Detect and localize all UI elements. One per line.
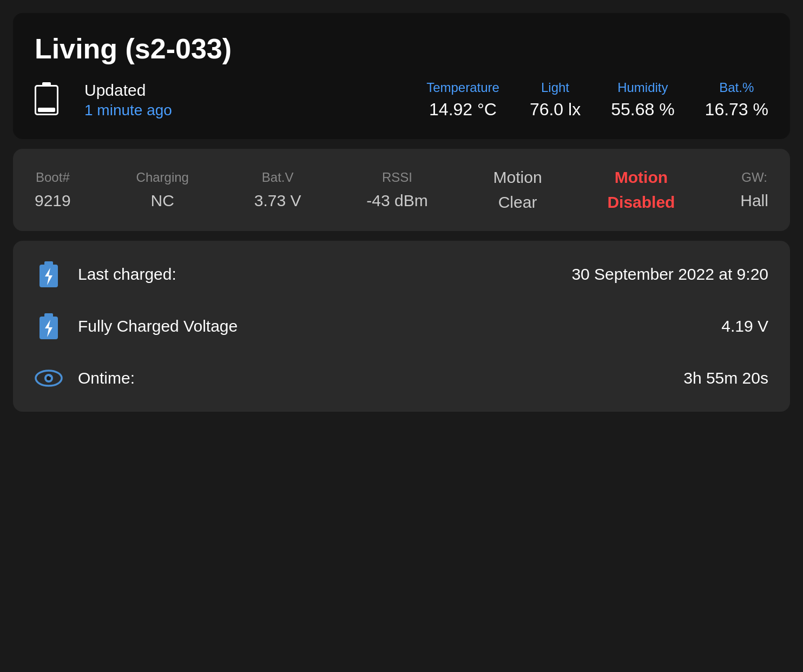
ontime-label: Ontime:	[78, 369, 668, 387]
ontime-row: Ontime: 3h 55m 20s	[35, 364, 768, 392]
svg-point-9	[49, 375, 51, 377]
humidity-label: Humidity	[617, 80, 668, 95]
svg-rect-1	[44, 261, 53, 266]
motion-clear-value: Clear	[498, 193, 537, 212]
bat-percent-label: Bat.%	[719, 80, 754, 95]
gw-value: Hall	[740, 192, 768, 210]
updated-label: Updated	[84, 81, 172, 100]
batv-value: 3.73 V	[254, 192, 301, 210]
status-boot: Boot# 9219	[35, 170, 71, 210]
status-card: Boot# 9219 Charging NC Bat.V 3.73 V RSSI…	[13, 149, 790, 231]
batv-label: Bat.V	[262, 170, 294, 185]
bat-percent-value: 16.73 %	[705, 100, 768, 120]
status-grid: Boot# 9219 Charging NC Bat.V 3.73 V RSSI…	[35, 168, 768, 212]
status-gw: GW: Hall	[740, 170, 768, 210]
motion-clear-label: Motion	[493, 168, 542, 187]
battery-voltage-icon	[35, 312, 63, 340]
last-charged-value: 30 September 2022 at 9:20	[571, 265, 768, 284]
header-bottom: Updated 1 minute ago Temperature 14.92 °…	[35, 80, 768, 120]
status-charging: Charging NC	[136, 170, 189, 210]
motion-disabled-value: Disabled	[607, 193, 675, 212]
battery-icon	[35, 85, 58, 115]
updated-time: 1 minute ago	[84, 102, 172, 119]
status-motion-disabled: Motion Disabled	[607, 168, 675, 212]
sensor-readings: Temperature 14.92 °C Light 76.0 lx Humid…	[426, 80, 768, 120]
status-batv: Bat.V 3.73 V	[254, 170, 301, 210]
battery-fill	[38, 108, 55, 111]
battery-charging-icon	[35, 260, 63, 288]
sensor-battery-percent: Bat.% 16.73 %	[705, 80, 768, 120]
ontime-value: 3h 55m 20s	[683, 369, 768, 387]
sensor-humidity: Humidity 55.68 %	[611, 80, 674, 120]
fully-charged-label: Fully Charged Voltage	[78, 317, 706, 335]
boot-value: 9219	[35, 192, 71, 210]
last-charged-label: Last charged:	[78, 265, 556, 284]
light-value: 76.0 lx	[530, 100, 581, 120]
last-charged-row: Last charged: 30 September 2022 at 9:20	[35, 260, 768, 288]
charging-value: NC	[151, 192, 174, 210]
eye-icon	[35, 364, 63, 392]
update-info: Updated 1 minute ago	[84, 81, 172, 119]
light-label: Light	[541, 80, 569, 95]
humidity-value: 55.68 %	[611, 100, 674, 120]
fully-charged-value: 4.19 V	[721, 317, 768, 335]
sensor-temperature: Temperature 14.92 °C	[426, 80, 499, 120]
battery-icon-container	[35, 85, 58, 115]
rssi-label: RSSI	[382, 170, 412, 185]
gw-label: GW:	[741, 170, 767, 185]
header-card: Living (s2-033) Updated 1 minute ago Tem…	[13, 13, 790, 139]
fully-charged-row: Fully Charged Voltage 4.19 V	[35, 312, 768, 340]
motion-disabled-label: Motion	[615, 168, 668, 187]
status-rssi: RSSI -43 dBm	[366, 170, 427, 210]
svg-rect-4	[44, 313, 53, 318]
temperature-label: Temperature	[426, 80, 499, 95]
device-title: Living (s2-033)	[35, 32, 768, 65]
detail-card: Last charged: 30 September 2022 at 9:20 …	[13, 241, 790, 412]
boot-label: Boot#	[36, 170, 70, 185]
rssi-value: -43 dBm	[366, 192, 427, 210]
status-motion-clear: Motion Clear	[493, 168, 542, 212]
sensor-light: Light 76.0 lx	[530, 80, 581, 120]
temperature-value: 14.92 °C	[429, 100, 497, 120]
charging-label: Charging	[136, 170, 189, 185]
